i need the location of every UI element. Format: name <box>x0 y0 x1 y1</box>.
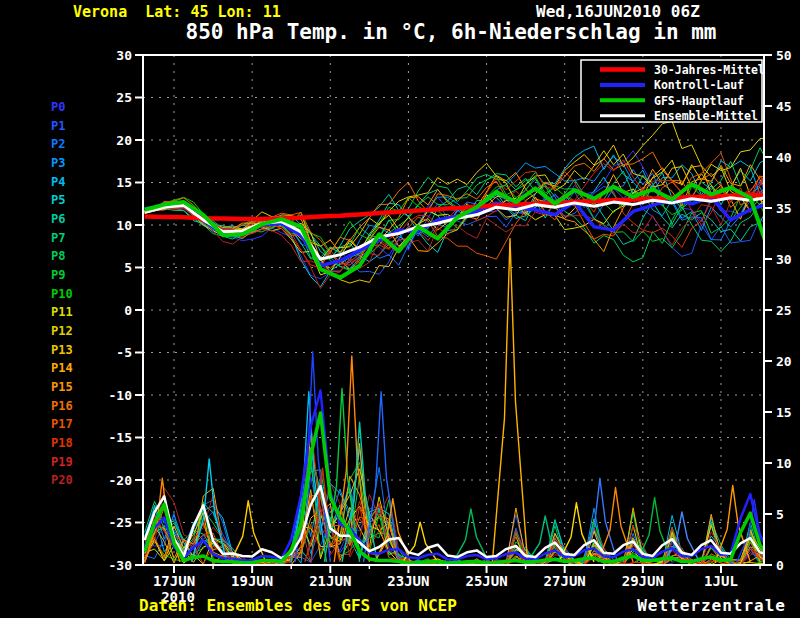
y-right-tick-label: 30 <box>776 252 792 267</box>
y-left-tick-label: -25 <box>109 515 132 530</box>
y-right-tick-label: 0 <box>776 558 784 573</box>
y-left-tick-label: -10 <box>109 388 133 403</box>
x-tick-label: 29JUN <box>622 573 664 589</box>
x-tick-label: 17JUN <box>153 573 195 589</box>
x-tick-label: 23JUN <box>387 573 429 589</box>
ensemble-plot: 302520151050-5-10-15-20-25-3050454035302… <box>0 0 800 618</box>
x-tick-label: 19JUN <box>231 573 273 589</box>
x-tick-label: 1JUL <box>704 573 738 589</box>
y-left-tick-label: 25 <box>116 90 132 105</box>
x-tick-label: 21JUN <box>309 573 351 589</box>
legend-label: 30-Jahres-Mittel <box>654 63 765 77</box>
y-left-tick-label: 0 <box>124 303 132 318</box>
x-tick-label: 27JUN <box>544 573 586 589</box>
y-left-tick-label: 20 <box>116 133 132 148</box>
ensemble-member-temp <box>145 148 770 262</box>
plot-data <box>145 121 772 565</box>
data-source-label: Daten: Ensembles des GFS von NCEP <box>139 596 457 615</box>
y-right-tick-label: 5 <box>776 507 784 522</box>
y-left-tick-label: -30 <box>109 558 133 573</box>
legend-label: Ensemble-Mittel <box>654 109 758 123</box>
y-right-tick-label: 15 <box>776 405 792 420</box>
y-left-tick-label: -15 <box>109 430 132 445</box>
y-left-tick-label: 30 <box>116 48 132 63</box>
legend-label: Kontroll-Lauf <box>654 78 744 92</box>
grid <box>143 55 764 565</box>
y-right-tick-label: 25 <box>776 303 792 318</box>
precip-series <box>145 391 770 561</box>
y-left-tick-label: 15 <box>116 175 132 190</box>
ensemble-member-temp <box>145 176 770 271</box>
y-left-tick-label: -5 <box>116 345 132 360</box>
plot-border <box>143 55 764 565</box>
y-right-tick-label: 35 <box>776 201 792 216</box>
precip-spike <box>492 239 527 562</box>
legend: 30-Jahres-MittelKontroll-LaufGFS-Hauptla… <box>581 60 765 123</box>
y-right-tick-label: 45 <box>776 99 792 114</box>
axes: 302520151050-5-10-15-20-25-3050454035302… <box>109 48 792 606</box>
wetterzentrale-ens-meteogram: Verona Lat: 45 Lon: 11 Wed,16JUN2010 06Z… <box>0 0 800 618</box>
y-left-tick-label: 10 <box>116 218 132 233</box>
y-right-tick-label: 50 <box>776 48 792 63</box>
y-right-tick-label: 20 <box>776 354 792 369</box>
brand-label: Wetterzentrale <box>637 596 786 615</box>
y-right-tick-label: 10 <box>776 456 792 471</box>
x-tick-label: 25JUN <box>465 573 507 589</box>
y-left-tick-label: 5 <box>124 260 132 275</box>
y-right-tick-label: 40 <box>776 150 792 165</box>
y-left-tick-label: -20 <box>109 473 133 488</box>
legend-label: GFS-Hauptlauf <box>654 94 744 108</box>
